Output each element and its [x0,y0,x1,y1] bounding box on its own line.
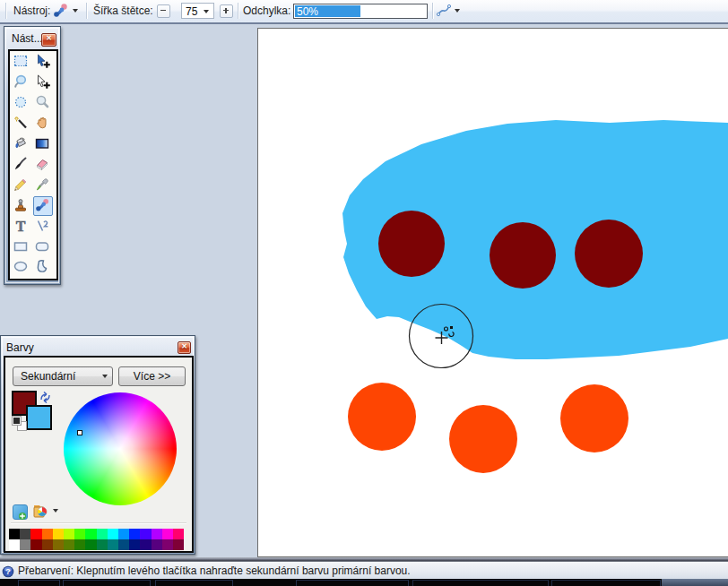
svg-text:?: ? [5,566,11,576]
svg-text:T: T [16,219,26,234]
